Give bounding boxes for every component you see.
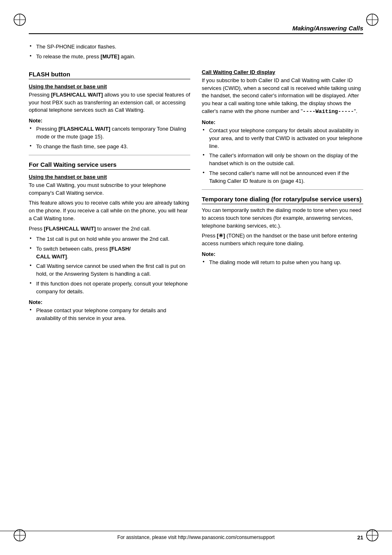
flash-key-label4: [FLASH/CALL WAIT]: [36, 246, 131, 260]
cw-note-title: Note:: [29, 299, 190, 305]
intro-bullet-list: The SP-PHONE indicator flashes. To relea…: [29, 43, 363, 61]
cwid-note-2: The caller's information will only be sh…: [202, 152, 363, 168]
cw-bullet-4: If this function does not operate proper…: [29, 280, 190, 296]
page-title: Making/Answering Calls: [29, 25, 363, 34]
call-waiting-title: For Call Waiting service users: [29, 161, 190, 170]
flash-key-label: [FLASH/CALL WAIT]: [51, 92, 103, 98]
flash-subsection-title: Using the handset or base unit: [29, 83, 190, 90]
cwid-note-1: Contact your telephone company for detai…: [202, 127, 363, 150]
flash-key-label2: [FLASH/CALL WAIT]: [58, 126, 110, 132]
divider-2: [202, 189, 363, 190]
cw-note-list: Please contact your telephone company fo…: [29, 307, 190, 322]
divider-1: [29, 155, 190, 155]
flash-note-title: Note:: [29, 117, 190, 124]
page-footer: For assistance, please visit http://www.…: [0, 531, 392, 540]
flash-section: FLASH button Using the handset or base u…: [29, 71, 190, 151]
flash-body: Pressing [FLASH/CALL WAIT] allows you to…: [29, 91, 190, 115]
flash-section-title: FLASH button: [29, 71, 190, 79]
temp-tone-body-2: Press [✳] (TONE) on the handset or the b…: [202, 232, 363, 248]
cwid-title: Call Waiting Caller ID display: [202, 69, 363, 75]
cwid-section: Call Waiting Caller ID display If you su…: [202, 69, 363, 185]
waiting-display: ----Waiting-----: [303, 108, 354, 115]
temp-tone-note-list: The dialing mode will return to pulse wh…: [202, 259, 363, 267]
main-columns: FLASH button Using the handset or base u…: [29, 65, 363, 325]
cwid-note-list: Contact your telephone company for detai…: [202, 127, 363, 185]
call-waiting-section: For Call Waiting service users Using the…: [29, 161, 190, 322]
cw-bullet-1: The 1st call is put on hold while you an…: [29, 235, 190, 243]
mute-key-label: [MUTE]: [101, 53, 120, 60]
right-column: Call Waiting Caller ID display If you su…: [202, 65, 363, 325]
page: Making/Answering Calls The SP-PHONE indi…: [0, 0, 392, 555]
corner-mark-tr: [365, 12, 380, 27]
intro-bullet-2: To release the mute, press [MUTE] again.: [29, 53, 363, 61]
tone-key-label: [✳]: [217, 233, 225, 239]
cw-para-3: Press [FLASH/CALL WAIT] to answer the 2n…: [29, 225, 190, 233]
left-column: FLASH button Using the handset or base u…: [29, 65, 190, 325]
cw-bullet-3: Call Waiting service cannot be used when…: [29, 263, 190, 278]
intro-section: The SP-PHONE indicator flashes. To relea…: [29, 43, 363, 61]
intro-bullet-1: The SP-PHONE indicator flashes.: [29, 43, 363, 51]
cw-para-1: To use Call Waiting, you must subscribe …: [29, 182, 190, 197]
cwid-note-3: The second caller's name will not be ann…: [202, 170, 363, 185]
flash-note-1: Pressing [FLASH/CALL WAIT] cancels tempo…: [29, 125, 190, 141]
cwid-body: If you subscribe to both Caller ID and C…: [202, 77, 363, 116]
flash-key-label3: [FLASH/CALL WAIT]: [44, 226, 96, 232]
temp-tone-note-1: The dialing mode will return to pulse wh…: [202, 259, 363, 267]
temp-tone-section: Temporary tone dialing (for rotary/pulse…: [202, 196, 363, 267]
temp-tone-note-title: Note:: [202, 251, 363, 257]
temp-tone-body-1: You can temporarily switch the dialing m…: [202, 207, 363, 230]
flash-note-2: To change the flash time, see page 43.: [29, 143, 190, 151]
cwid-note-title: Note:: [202, 119, 363, 125]
cw-bullet-2: To switch between calls, press [FLASH/CA…: [29, 245, 190, 261]
call-waiting-subsection-title: Using the handset or base unit: [29, 174, 190, 180]
footer-text: For assistance, please visit http://www.…: [29, 534, 363, 540]
flash-note-list: Pressing [FLASH/CALL WAIT] cancels tempo…: [29, 125, 190, 151]
cw-para-2: This feature allows you to receive calls…: [29, 199, 190, 223]
cw-note-1: Please contact your telephone company fo…: [29, 307, 190, 322]
temp-tone-title: Temporary tone dialing (for rotary/pulse…: [202, 196, 363, 204]
page-number: 21: [357, 534, 363, 541]
corner-mark-tl: [12, 12, 27, 27]
page-header: Making/Answering Calls: [29, 25, 363, 36]
cw-bullet-list: The 1st call is put on hold while you an…: [29, 235, 190, 296]
